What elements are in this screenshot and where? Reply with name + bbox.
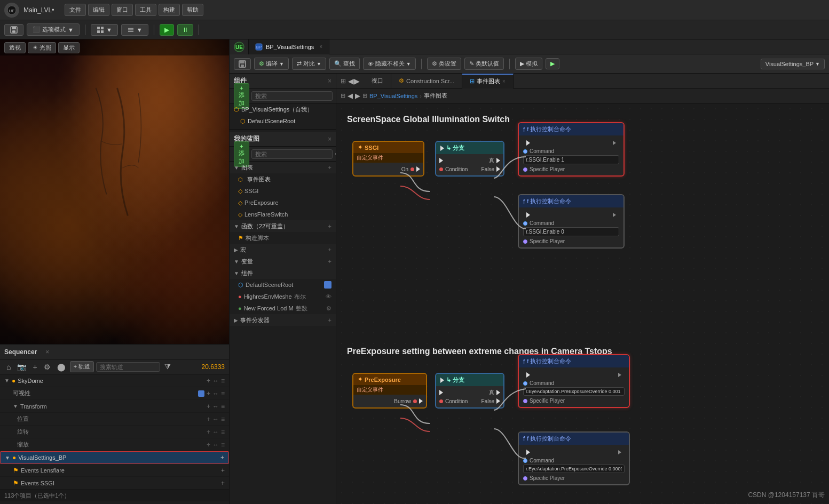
bp-tab-close[interactable]: × [319, 44, 322, 50]
components-bp-self[interactable]: ⬡ BP_VisualSettings（自我） [230, 103, 336, 115]
track-events-lensflare[interactable]: ⚑ Events Lensflare + [0, 464, 229, 477]
class-defaults-btn[interactable]: ✎ 类默认值 [464, 58, 504, 70]
lighting-toggle[interactable]: ☀ 光照 [28, 42, 56, 53]
simulate-btn[interactable]: ▶ 模拟 [515, 58, 542, 70]
track-scale[interactable]: 缩放 + ↔ ≡ [0, 438, 229, 451]
dispatchers-add-icon[interactable]: + [328, 317, 331, 323]
bp-name-filter[interactable]: VisualSettings_BP ▼ [761, 59, 825, 69]
cmd1-command-input[interactable] [523, 155, 619, 164]
hide-unrelated-btn[interactable]: 👁 隐藏不相关 ▼ [363, 58, 416, 70]
tools-menu[interactable]: 工具 [135, 4, 156, 16]
track-transform[interactable]: ▼ Transform + ↔ ≡ [0, 400, 229, 413]
mybp-forced-lod[interactable]: ● New Forced Lod M 整数 ⚙ [230, 302, 336, 314]
mybp-search[interactable] [251, 149, 333, 159]
play-button[interactable]: ▶ [160, 24, 174, 36]
seq-search-input[interactable] [96, 362, 160, 372]
event-graphs-header[interactable]: ⬡ 事件图表 [230, 173, 336, 185]
pause-button[interactable]: ⏸ [177, 24, 193, 36]
diff-btn[interactable]: ⇄ 对比 ▼ [292, 58, 326, 70]
bc-back-btn[interactable]: ◀ [348, 92, 353, 100]
graphs-add-icon[interactable]: + [328, 164, 331, 171]
track-position[interactable]: 位置 + ↔ ≡ [0, 413, 229, 426]
play-bp-btn[interactable]: ▶ [546, 58, 559, 69]
track-visual-settings[interactable]: ▼ ● VisualSettings_BP + [0, 451, 229, 464]
add-icon[interactable]: + [207, 428, 210, 436]
bc-fwd-btn[interactable]: ▶ [355, 92, 360, 100]
graphs-section-header[interactable]: ▼ 图表 + [230, 162, 336, 173]
seq-add-track-btn[interactable]: + [30, 362, 39, 372]
components-add-btn[interactable]: + 添加 [234, 83, 249, 109]
mybp-add-btn[interactable]: + 添加 [234, 141, 249, 167]
add-track-icon[interactable]: + [207, 377, 210, 385]
window-menu[interactable]: 窗口 [112, 4, 133, 16]
find-btn[interactable]: 🔍 查找 [329, 58, 360, 70]
branch-node-2[interactable]: ↳ 分支 真 [435, 373, 504, 409]
tab-viewport[interactable]: 视口 [364, 74, 391, 89]
mybp-highres-env[interactable]: ● HighresEnvMeshe 布尔 👁 [230, 291, 336, 302]
view-options-btn[interactable]: ▼ [121, 24, 148, 36]
track-visibility[interactable]: 可视性 + ↔ ≡ [0, 387, 229, 400]
build-menu[interactable]: 构建 [159, 4, 180, 16]
cmd-node-3[interactable]: f f 执行控制台命令 [518, 354, 630, 408]
add-icon[interactable]: + [207, 403, 210, 410]
bp-canvas-area[interactable]: ScreenSpace Global Illumination Switch ✦… [336, 103, 829, 504]
mybp-lensflare[interactable]: ◇ LensFlareSwitch [230, 209, 336, 220]
mybp-construction-script[interactable]: ⚑ 构造脚本 [230, 232, 336, 244]
class-settings-btn[interactable]: ⚙ 类设置 [427, 58, 461, 70]
toggle-bool[interactable] [324, 281, 331, 289]
tab-fwd-btn[interactable]: ▶ [354, 77, 360, 85]
event-graph-close[interactable]: × [502, 78, 506, 84]
bc-root-link[interactable]: BP_VisualSettings [369, 93, 417, 99]
add-icon[interactable]: + [207, 441, 210, 449]
components-search[interactable] [251, 91, 333, 101]
ssgi-event-node[interactable]: ✦ SSGI 自定义事件 On [352, 141, 424, 177]
help-menu[interactable]: 帮助 [182, 4, 203, 16]
sequencer-close[interactable]: × [45, 348, 49, 356]
mybp-default-scene-root[interactable]: ⬡ DefaultSceneRoot [230, 279, 336, 291]
cmd4-command-input[interactable] [523, 465, 625, 473]
macros-add-icon[interactable]: + [328, 246, 331, 253]
cmd-node-4[interactable]: f f 执行控制台命令 [518, 431, 630, 485]
branch-node-1[interactable]: ↳ 分支 真 [435, 141, 504, 177]
components-subsection-header[interactable]: ▼ 组件 [230, 267, 336, 279]
track-events-ssgi[interactable]: ⚑ Events SSGI + [0, 477, 229, 490]
viewport[interactable]: 透视 ☀ 光照 显示 [0, 39, 229, 344]
visibility-icon[interactable]: 👁 [326, 293, 331, 300]
seq-record-btn[interactable]: ⬤ [55, 362, 68, 372]
settings-icon[interactable]: ⚙ [326, 305, 331, 312]
bp-tab-visual-settings[interactable]: BP BP_VisualSettings × [249, 39, 329, 54]
tab-event-graph[interactable]: ⊞ 事件图表 × [462, 74, 514, 89]
mybp-close[interactable]: × [328, 135, 331, 143]
perspective-toggle[interactable]: 透视 [4, 42, 26, 53]
mybp-preexposure[interactable]: ◇ PreExposure [230, 197, 336, 209]
seq-filter-btn[interactable]: ⧩ [162, 361, 173, 372]
sequencer-tracks[interactable]: ▼ ● SkyDome + ↔ ≡ 可视性 + ↔ [0, 374, 229, 490]
track-rotation[interactable]: 旋转 + ↔ ≡ [0, 426, 229, 438]
tab-back-btn[interactable]: ◀ [348, 77, 354, 85]
add-icon[interactable]: + [220, 454, 224, 461]
cmd-node-1[interactable]: f f 执行控制台命令 [518, 122, 625, 177]
add-icon[interactable]: + [221, 467, 225, 474]
track-skydome[interactable]: ▼ ● SkyDome + ↔ ≡ [0, 374, 229, 387]
cmd2-command-input[interactable] [523, 227, 619, 236]
event-dispatchers-header[interactable]: ▶ 事件分发器 + [230, 314, 336, 326]
functions-add-icon[interactable]: + [328, 223, 331, 229]
edit-menu[interactable]: 编辑 [88, 4, 109, 16]
preexposure-event-node[interactable]: ✦ PreExposure 自定义事件 Burrow [352, 373, 427, 409]
mybp-ssgi[interactable]: ◇ SSGI [230, 185, 336, 197]
save-button[interactable] [4, 24, 23, 36]
cmd-node-2[interactable]: f f 执行控制台命令 [518, 194, 625, 249]
visibility-checkbox[interactable] [198, 390, 204, 397]
variables-section-header[interactable]: ▼ 变量 + [230, 255, 336, 267]
functions-section-header[interactable]: ▼ 函数（22可重盖） + [230, 220, 336, 232]
seq-settings-btn[interactable]: ⚙ [42, 362, 53, 372]
tab-construction[interactable]: ⚙ Construction Scr... [391, 74, 462, 89]
mode-selector[interactable]: ⬛ 选项模式 ▼ [27, 23, 80, 36]
save-btn[interactable] [234, 58, 251, 70]
compile-btn[interactable]: ⚙ 编译 ▼ [254, 58, 289, 70]
seq-add-button[interactable]: + 轨道 [70, 361, 94, 372]
add-icon[interactable]: + [207, 415, 210, 423]
components-close[interactable]: × [328, 77, 331, 85]
display-toggle[interactable]: 显示 [58, 42, 80, 53]
seq-camera-btn[interactable]: 📷 [15, 362, 28, 372]
